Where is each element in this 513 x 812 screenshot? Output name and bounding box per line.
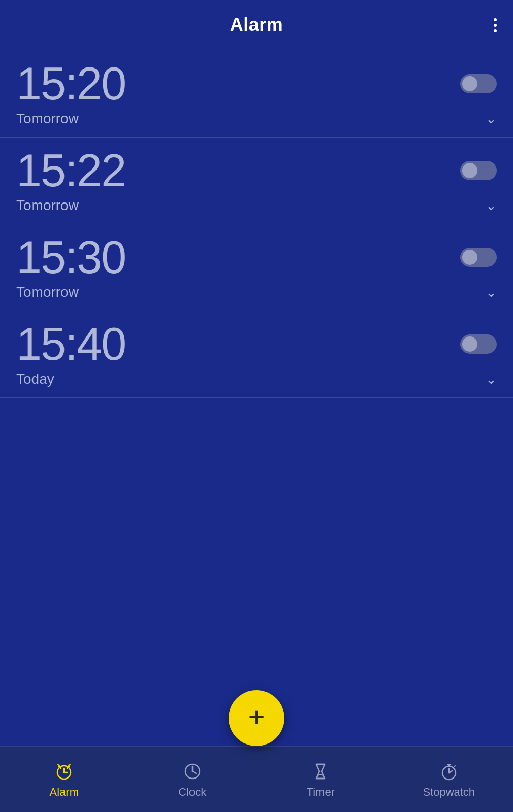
chevron-down-icon[interactable]: ⌄ [486,371,497,387]
dot2 [494,24,497,27]
nav-item-timer[interactable]: Timer [256,752,385,807]
nav-label-clock: Clock [178,786,206,799]
alarm-toggle[interactable] [460,161,497,180]
alarm-top-row: 15:40 [16,321,497,367]
alarm-toggle[interactable] [460,248,497,267]
toggle-thumb [462,163,477,178]
alarm-item: 15:30 Tomorrow ⌄ [0,224,513,311]
alarm-bottom-row: Tomorrow ⌄ [16,197,497,214]
toggle-track [460,334,497,354]
timer-nav-icon [309,760,332,783]
alarm-bottom-row: Tomorrow ⌄ [16,284,497,300]
toggle-thumb [462,336,477,352]
toggle-thumb [462,76,477,91]
alarm-time: 15:20 [16,61,125,107]
nav-item-alarm[interactable]: Alarm [0,752,129,807]
nav-label-stopwatch: Stopwatch [423,786,475,799]
alarm-item: 15:40 Today ⌄ [0,311,513,398]
svg-line-17 [454,766,455,767]
alarm-top-row: 15:30 [16,234,497,280]
chevron-down-icon[interactable]: ⌄ [486,285,497,300]
alarm-label: Tomorrow [16,284,79,300]
clock-nav-icon [181,760,204,783]
toggle-thumb [462,250,477,265]
toggle-track [460,74,497,93]
alarm-time: 15:22 [16,148,125,193]
nav-label-alarm: Alarm [50,786,79,799]
alarm-toggle[interactable] [460,74,497,93]
nav-item-stopwatch[interactable]: Stopwatch [385,752,514,807]
alarm-label: Tomorrow [16,111,79,127]
toggle-track [460,161,497,180]
alarm-item: 15:20 Tomorrow ⌄ [0,51,513,138]
svg-line-5 [58,764,60,766]
app-header: Alarm [0,0,513,46]
alarm-nav-icon [53,760,75,783]
add-icon: + [248,703,265,731]
chevron-down-icon[interactable]: ⌄ [486,198,497,214]
add-alarm-button[interactable]: + [229,690,284,746]
toggle-track [460,248,497,267]
svg-line-6 [68,764,70,766]
alarm-bottom-row: Tomorrow ⌄ [16,111,497,127]
alarm-time: 15:40 [16,321,125,367]
more-options-button[interactable] [490,14,501,37]
alarm-list: 15:20 Tomorrow ⌄ 15:22 Tomorrow ⌄ [0,46,513,403]
nav-label-timer: Timer [307,786,335,799]
alarm-label: Tomorrow [16,197,79,214]
alarm-toggle[interactable] [460,334,497,354]
svg-line-9 [193,771,196,773]
page-title: Alarm [230,14,283,36]
alarm-top-row: 15:20 [16,61,497,107]
dot3 [494,29,497,32]
alarm-item: 15:22 Tomorrow ⌄ [0,138,513,224]
bottom-navigation: Alarm Clock Timer [0,746,513,812]
chevron-down-icon[interactable]: ⌄ [486,111,497,127]
alarm-top-row: 15:22 [16,148,497,193]
nav-item-clock[interactable]: Clock [129,752,257,807]
alarm-bottom-row: Today ⌄ [16,371,497,387]
alarm-time: 15:30 [16,234,125,280]
stopwatch-nav-icon [438,760,460,783]
alarm-label: Today [16,371,54,387]
dot1 [494,18,497,21]
